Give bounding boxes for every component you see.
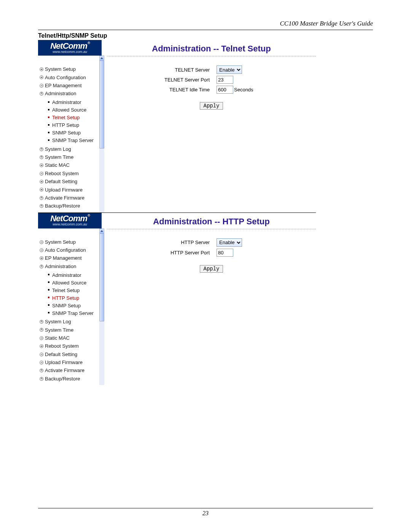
nav-activate-firmware[interactable]: Activate Firmware: [38, 194, 102, 202]
brand-logo: NetComm www.netcomm.com.au: [38, 40, 102, 56]
nav-reboot-system[interactable]: Reboot System: [38, 342, 102, 350]
nav-backup-restore[interactable]: Backup/Restore: [38, 202, 102, 210]
title-rule: [107, 229, 316, 229]
nav-sub-administrator[interactable]: Administrator: [48, 271, 102, 279]
scroll-up-icon[interactable]: [99, 56, 104, 61]
telnet-port-label: TELNET Server Port: [107, 77, 217, 83]
brand-url: www.netcomm.com.au: [53, 50, 87, 54]
nav-default-setting[interactable]: Default Setting: [38, 350, 102, 358]
nav-administration[interactable]: Administration: [38, 89, 102, 97]
telnet-idle-input[interactable]: [217, 86, 233, 94]
http-server-label: HTTP Server: [107, 240, 217, 245]
nav-sub-allowed-source[interactable]: Allowed Source: [48, 279, 102, 286]
nav-administration-sub: Administrator Allowed Source Telnet Setu…: [38, 270, 102, 318]
nav-sub-snmp-setup[interactable]: SNMP Setup: [48, 302, 102, 309]
nav-system-log[interactable]: System Log: [38, 318, 102, 326]
http-port-label: HTTP Server Port: [107, 250, 217, 256]
nav-static-mac[interactable]: Static MAC: [38, 161, 102, 169]
screenshot-http: NetComm www.netcomm.com.au System Setup …: [38, 213, 316, 385]
doc-footer: 23: [38, 508, 373, 517]
sidebar-scrollbar[interactable]: [99, 228, 104, 385]
http-server-select[interactable]: Enable: [217, 238, 242, 247]
sidebar: NetComm www.netcomm.com.au System Setup …: [38, 213, 102, 385]
content-telnet: Administration -- Telnet Setup TELNET Se…: [107, 40, 316, 212]
nav-system-setup[interactable]: System Setup: [38, 65, 102, 73]
nav-default-setting[interactable]: Default Setting: [38, 177, 102, 185]
telnet-idle-label: TELNET Idle Time: [107, 87, 217, 93]
page-title: Administration -- Telnet Setup: [107, 44, 316, 56]
brand-url: www.netcomm.com.au: [53, 222, 87, 226]
page-number: 23: [202, 510, 209, 516]
nav-sub-http-setup[interactable]: HTTP Setup: [48, 294, 102, 302]
brand-name: NetComm: [50, 215, 89, 222]
http-form: HTTP Server Enable HTTP Server Port Appl…: [107, 238, 316, 273]
nav-activate-firmware[interactable]: Activate Firmware: [38, 366, 102, 374]
nav-menu: System Setup Auto Configuration EP Manag…: [38, 228, 102, 385]
brand-name: NetComm: [50, 42, 89, 50]
footer-rule: [38, 508, 373, 508]
nav-menu: System Setup Auto Configuration EP Manag…: [38, 56, 102, 212]
content-http: Administration -- HTTP Setup HTTP Server…: [107, 213, 316, 385]
scroll-thumb[interactable]: [99, 233, 104, 321]
nav-sub-snmp-trap-server[interactable]: SNMP Trap Server: [48, 137, 102, 144]
nav-system-time[interactable]: System Time: [38, 326, 102, 334]
nav-sub-telnet-setup[interactable]: Telnet Setup: [48, 286, 102, 294]
nav-sub-snmp-trap-server[interactable]: SNMP Trap Server: [48, 309, 102, 317]
screenshot-telnet: NetComm www.netcomm.com.au System Setup …: [38, 40, 316, 212]
page-title: Administration -- HTTP Setup: [107, 217, 316, 229]
scroll-up-icon[interactable]: [99, 228, 104, 233]
svg-marker-1: [100, 230, 103, 232]
nav-sub-allowed-source[interactable]: Allowed Source: [48, 106, 102, 114]
sidebar-scrollbar[interactable]: [99, 56, 104, 212]
nav-system-time[interactable]: System Time: [38, 153, 102, 161]
telnet-form: TELNET Server Enable TELNET Server Port …: [107, 66, 316, 110]
title-rule: [107, 56, 316, 56]
apply-button[interactable]: Apply: [200, 265, 223, 273]
telnet-server-select[interactable]: Enable: [217, 66, 242, 74]
nav-upload-firmware[interactable]: Upload Firmware: [38, 185, 102, 193]
telnet-server-label: TELNET Server: [107, 67, 217, 73]
svg-marker-0: [100, 57, 103, 59]
nav-system-log[interactable]: System Log: [38, 145, 102, 153]
nav-sub-snmp-setup[interactable]: SNMP Setup: [48, 129, 102, 137]
nav-backup-restore[interactable]: Backup/Restore: [38, 375, 102, 383]
section-label: Telnet/Http/SNMP Setup: [38, 32, 373, 39]
apply-button[interactable]: Apply: [200, 102, 223, 110]
nav-sub-http-setup[interactable]: HTTP Setup: [48, 121, 102, 129]
doc-header-title: CC100 Master Bridge User's Guide: [38, 20, 373, 27]
sidebar: NetComm www.netcomm.com.au System Setup …: [38, 40, 102, 212]
nav-ep-management[interactable]: EP Management: [38, 254, 102, 262]
brand-logo: NetComm www.netcomm.com.au: [38, 213, 102, 228]
nav-sub-administrator[interactable]: Administrator: [48, 99, 102, 106]
scroll-thumb[interactable]: [99, 61, 104, 149]
telnet-idle-unit: Seconds: [234, 87, 253, 93]
scroll-track[interactable]: [99, 61, 104, 212]
telnet-port-input[interactable]: [217, 76, 233, 84]
nav-administration[interactable]: Administration: [38, 262, 102, 270]
nav-static-mac[interactable]: Static MAC: [38, 334, 102, 342]
scroll-track[interactable]: [99, 233, 104, 385]
nav-sub-telnet-setup[interactable]: Telnet Setup: [48, 114, 102, 121]
nav-upload-firmware[interactable]: Upload Firmware: [38, 358, 102, 366]
nav-auto-configuration[interactable]: Auto Configuration: [38, 246, 102, 254]
nav-auto-configuration[interactable]: Auto Configuration: [38, 73, 102, 81]
nav-administration-sub: Administrator Allowed Source Telnet Setu…: [38, 98, 102, 145]
nav-reboot-system[interactable]: Reboot System: [38, 169, 102, 177]
nav-ep-management[interactable]: EP Management: [38, 81, 102, 89]
nav-system-setup[interactable]: System Setup: [38, 238, 102, 246]
header-rule: [38, 30, 373, 30]
http-port-input[interactable]: [217, 249, 233, 257]
